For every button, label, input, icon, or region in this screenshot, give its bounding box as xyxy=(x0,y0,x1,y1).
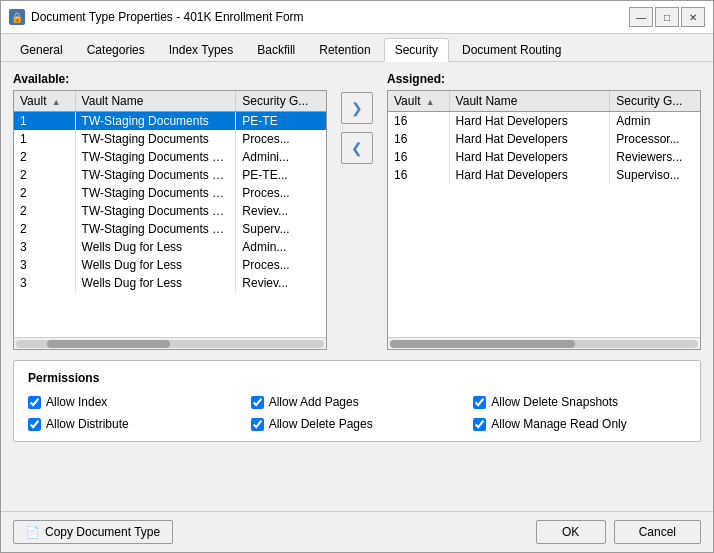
available-row[interactable]: 2 TW-Staging Documents Test Proces... xyxy=(14,184,326,202)
available-cell-security: Reviev... xyxy=(236,274,326,292)
available-row[interactable]: 1 TW-Staging Documents Proces... xyxy=(14,130,326,148)
available-cell-security: Reviev... xyxy=(236,202,326,220)
remove-button[interactable]: ❮ xyxy=(341,132,373,164)
allow-distribute-checkbox[interactable] xyxy=(28,418,41,431)
permission-allow-delete-snapshots: Allow Delete Snapshots xyxy=(473,395,686,409)
allow-delete-snapshots-label: Allow Delete Snapshots xyxy=(491,395,618,409)
available-cell-name: TW-Staging Documents Test xyxy=(75,184,236,202)
available-cell-security: Admini... xyxy=(236,148,326,166)
available-cell-name: TW-Staging Documents Test xyxy=(75,202,236,220)
available-scroll[interactable]: Vault ▲ Vault Name Security G... 1 TW-St… xyxy=(14,91,326,337)
available-col-name[interactable]: Vault Name xyxy=(75,91,236,112)
available-cell-vault: 2 xyxy=(14,220,75,238)
assigned-cell-name: Hard Hat Developers xyxy=(449,166,610,184)
available-scrollbar[interactable] xyxy=(14,337,326,349)
window-title: Document Type Properties - 401K Enrollme… xyxy=(31,10,623,24)
available-row[interactable]: 2 TW-Staging Documents Test PE-TE... xyxy=(14,166,326,184)
available-cell-security: PE-TE xyxy=(236,112,326,131)
assigned-cell-vault: 16 xyxy=(388,148,449,166)
permissions-box: Permissions Allow Index Allow Add Pages … xyxy=(13,360,701,442)
available-cell-name: TW-Staging Documents xyxy=(75,112,236,131)
assigned-cell-security: Admin xyxy=(610,112,700,131)
allow-add-pages-checkbox[interactable] xyxy=(251,396,264,409)
assigned-row[interactable]: 16 Hard Hat Developers Processor... xyxy=(388,130,700,148)
assigned-col-name[interactable]: Vault Name xyxy=(449,91,610,112)
ok-button[interactable]: OK xyxy=(536,520,606,544)
available-cell-name: Wells Dug for Less xyxy=(75,238,236,256)
tab-security[interactable]: Security xyxy=(384,38,449,62)
available-col-vault[interactable]: Vault ▲ xyxy=(14,91,75,112)
allow-delete-pages-checkbox[interactable] xyxy=(251,418,264,431)
footer-actions: OK Cancel xyxy=(536,520,701,544)
assigned-cell-security: Superviso... xyxy=(610,166,700,184)
available-row[interactable]: 2 TW-Staging Documents Test Superv... xyxy=(14,220,326,238)
available-section: Available: Vault ▲ Vault Name Security G… xyxy=(13,72,327,350)
available-scrollbar-track xyxy=(16,340,324,348)
cancel-button[interactable]: Cancel xyxy=(614,520,701,544)
assigned-table: Vault ▲ Vault Name Security G... 16 Hard… xyxy=(388,91,700,184)
available-row[interactable]: 3 Wells Dug for Less Reviev... xyxy=(14,274,326,292)
transfer-buttons: ❯ ❮ xyxy=(337,92,377,164)
permissions-title: Permissions xyxy=(28,371,686,385)
allow-delete-snapshots-checkbox[interactable] xyxy=(473,396,486,409)
maximize-button[interactable]: □ xyxy=(655,7,679,27)
available-col-sec[interactable]: Security G... xyxy=(236,91,326,112)
permission-allow-add-pages: Allow Add Pages xyxy=(251,395,464,409)
title-bar: 🔒 Document Type Properties - 401K Enroll… xyxy=(1,1,713,34)
nav-tabs: General Categories Index Types Backfill … xyxy=(1,34,713,62)
available-cell-vault: 2 xyxy=(14,166,75,184)
footer: 📄 Copy Document Type OK Cancel xyxy=(1,511,713,552)
assigned-scrollbar-track xyxy=(390,340,698,348)
assigned-list: Vault ▲ Vault Name Security G... 16 Hard… xyxy=(387,90,701,350)
assigned-cell-name: Hard Hat Developers xyxy=(449,112,610,131)
available-row[interactable]: 2 TW-Staging Documents Test Reviev... xyxy=(14,202,326,220)
available-row[interactable]: 3 Wells Dug for Less Proces... xyxy=(14,256,326,274)
assigned-scrollbar-thumb xyxy=(390,340,575,348)
add-button[interactable]: ❯ xyxy=(341,92,373,124)
assigned-cell-security: Processor... xyxy=(610,130,700,148)
copy-document-type-button[interactable]: 📄 Copy Document Type xyxy=(13,520,173,544)
available-scrollbar-thumb xyxy=(47,340,170,348)
available-cell-vault: 1 xyxy=(14,130,75,148)
lists-area: Available: Vault ▲ Vault Name Security G… xyxy=(13,72,701,350)
available-cell-vault: 3 xyxy=(14,238,75,256)
available-row[interactable]: 3 Wells Dug for Less Admin... xyxy=(14,238,326,256)
tab-document-routing[interactable]: Document Routing xyxy=(451,38,572,61)
assigned-cell-name: Hard Hat Developers xyxy=(449,130,610,148)
tab-retention[interactable]: Retention xyxy=(308,38,381,61)
available-cell-security: Admin... xyxy=(236,238,326,256)
tab-index-types[interactable]: Index Types xyxy=(158,38,245,61)
assigned-col-vault[interactable]: Vault ▲ xyxy=(388,91,449,112)
available-cell-security: PE-TE... xyxy=(236,166,326,184)
assigned-cell-vault: 16 xyxy=(388,130,449,148)
allow-manage-read-only-label: Allow Manage Read Only xyxy=(491,417,626,431)
available-cell-name: TW-Staging Documents Test xyxy=(75,166,236,184)
available-row[interactable]: 1 TW-Staging Documents PE-TE xyxy=(14,112,326,131)
allow-index-checkbox[interactable] xyxy=(28,396,41,409)
available-table: Vault ▲ Vault Name Security G... 1 TW-St… xyxy=(14,91,326,292)
minimize-button[interactable]: — xyxy=(629,7,653,27)
available-list: Vault ▲ Vault Name Security G... 1 TW-St… xyxy=(13,90,327,350)
assigned-row[interactable]: 16 Hard Hat Developers Superviso... xyxy=(388,166,700,184)
tab-general[interactable]: General xyxy=(9,38,74,61)
assigned-label: Assigned: xyxy=(387,72,701,86)
available-row[interactable]: 2 TW-Staging Documents Test Admini... xyxy=(14,148,326,166)
assigned-col-sec[interactable]: Security G... xyxy=(610,91,700,112)
tab-backfill[interactable]: Backfill xyxy=(246,38,306,61)
available-cell-vault: 2 xyxy=(14,202,75,220)
assigned-scroll[interactable]: Vault ▲ Vault Name Security G... 16 Hard… xyxy=(388,91,700,337)
available-cell-security: Proces... xyxy=(236,184,326,202)
available-cell-vault: 2 xyxy=(14,148,75,166)
allow-manage-read-only-checkbox[interactable] xyxy=(473,418,486,431)
assigned-row[interactable]: 16 Hard Hat Developers Reviewers... xyxy=(388,148,700,166)
close-button[interactable]: ✕ xyxy=(681,7,705,27)
assigned-row[interactable]: 16 Hard Hat Developers Admin xyxy=(388,112,700,131)
assigned-scrollbar[interactable] xyxy=(388,337,700,349)
window-controls: — □ ✕ xyxy=(629,7,705,27)
sort-arrow-vault-assigned: ▲ xyxy=(426,97,435,107)
tab-categories[interactable]: Categories xyxy=(76,38,156,61)
available-cell-vault: 1 xyxy=(14,112,75,131)
available-cell-vault: 3 xyxy=(14,274,75,292)
main-window: 🔒 Document Type Properties - 401K Enroll… xyxy=(0,0,714,553)
available-cell-name: TW-Staging Documents xyxy=(75,130,236,148)
